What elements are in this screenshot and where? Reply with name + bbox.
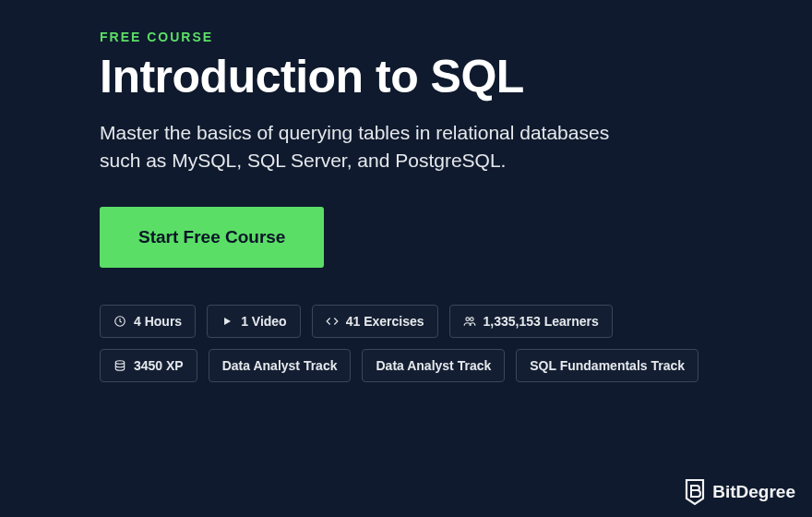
- chip-label: Data Analyst Track: [222, 358, 338, 373]
- bitdegree-watermark: BitDegree: [683, 478, 795, 506]
- svg-point-3: [115, 361, 124, 365]
- chip-label: 41 Exercises: [346, 314, 424, 329]
- bitdegree-logo-icon: [683, 478, 707, 506]
- chip-label: 4 Hours: [134, 314, 182, 329]
- chip-exercises: 41 Exercises: [312, 305, 438, 338]
- people-icon: [463, 315, 476, 328]
- code-icon: [326, 315, 339, 328]
- chip-label: 1 Video: [241, 314, 287, 329]
- chip-label: Data Analyst Track: [376, 358, 491, 373]
- chip-label: 1,335,153 Learners: [484, 314, 599, 329]
- course-description: Master the basics of querying tables in …: [100, 119, 653, 175]
- chip-videos: 1 Video: [207, 305, 301, 338]
- chip-track[interactable]: Data Analyst Track: [362, 349, 505, 382]
- chip-label: 3450 XP: [134, 358, 184, 373]
- start-course-button[interactable]: Start Free Course: [100, 207, 324, 268]
- clock-icon: [113, 315, 126, 328]
- course-title: Introduction to SQL: [100, 52, 712, 102]
- svg-point-2: [470, 318, 472, 321]
- chip-xp: 3450 XP: [100, 349, 197, 382]
- watermark-text: BitDegree: [712, 482, 795, 502]
- play-icon: [221, 315, 233, 328]
- chip-duration: 4 Hours: [100, 305, 196, 338]
- chip-track[interactable]: SQL Fundamentals Track: [516, 349, 699, 382]
- database-icon: [113, 359, 126, 372]
- chip-label: SQL Fundamentals Track: [530, 358, 685, 373]
- course-eyebrow: FREE COURSE: [100, 30, 712, 44]
- course-meta-chips: 4 Hours 1 Video 41 Exercises 1,335,153 L…: [100, 305, 709, 382]
- svg-point-1: [465, 318, 469, 321]
- chip-learners: 1,335,153 Learners: [449, 305, 613, 338]
- chip-track[interactable]: Data Analyst Track: [209, 349, 352, 382]
